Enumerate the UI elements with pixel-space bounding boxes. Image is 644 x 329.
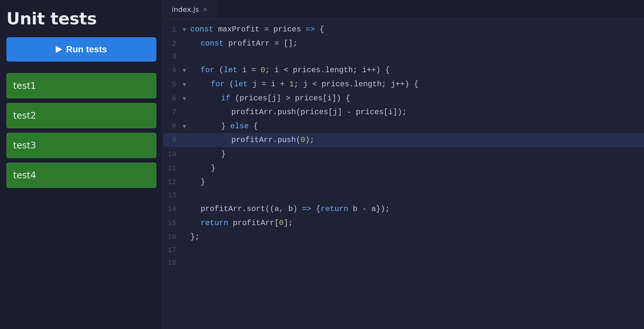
fold-arrow[interactable]: ▼: [183, 80, 190, 90]
code-content: if (prices[j] > prices[i]) {: [190, 92, 350, 105]
code-line-15: 15return profitArr[0];: [163, 216, 644, 230]
line-number: 16: [163, 232, 183, 243]
test-item-test2[interactable]: test2: [6, 103, 156, 128]
line-number: 9: [163, 135, 183, 146]
code-content: const profitArr = [];: [190, 37, 297, 50]
code-line-17: 17: [163, 244, 644, 257]
code-content: profitArr.sort((a, b) => {return b - a})…: [190, 203, 390, 215]
fold-arrow[interactable]: ▼: [183, 66, 190, 76]
line-number: 13: [163, 190, 183, 201]
line-number: 17: [163, 245, 183, 256]
code-content: } else {: [190, 120, 258, 133]
code-area[interactable]: 1▼const maxProfit = prices => {2const pr…: [163, 19, 644, 329]
test-item-test4[interactable]: test4: [6, 163, 156, 188]
line-number: 6: [163, 93, 183, 105]
run-tests-button[interactable]: Run tests: [6, 37, 156, 62]
code-content: profitArr.push(prices[j] - prices[i]);: [190, 106, 407, 119]
test-list: test1test2test3test4: [6, 73, 156, 188]
test-item-test1[interactable]: test1: [6, 73, 156, 98]
code-line-12: 12}: [163, 175, 644, 189]
code-editor: index.js × 1▼const maxProfit = prices =>…: [163, 0, 644, 329]
code-line-5: 5▼for (let j = i + 1; j < prices.length;…: [163, 77, 644, 91]
code-content: }: [190, 162, 215, 175]
code-line-1: 1▼const maxProfit = prices => {: [163, 22, 644, 37]
code-content: }: [190, 176, 205, 189]
run-tests-label: Run tests: [66, 44, 107, 55]
code-content: return profitArr[0];: [190, 217, 293, 230]
code-line-16: 16};: [163, 230, 644, 244]
line-number: 4: [163, 65, 183, 76]
code-line-3: 3: [163, 50, 644, 63]
code-line-2: 2const profitArr = [];: [163, 37, 644, 51]
line-number: 7: [163, 107, 183, 118]
code-line-18: 18: [163, 257, 644, 270]
code-line-13: 13: [163, 189, 644, 202]
line-number: 11: [163, 163, 183, 174]
page-title: Unit tests: [6, 9, 156, 28]
left-panel: Unit tests Run tests test1test2test3test…: [0, 0, 163, 329]
code-line-9: 9profitArr.push(0);: [163, 133, 644, 147]
line-number: 10: [163, 149, 183, 160]
code-line-7: 7profitArr.push(prices[j] - prices[i]);: [163, 105, 644, 119]
code-line-6: 6▼if (prices[j] > prices[i]) {: [163, 91, 644, 105]
play-icon: [56, 46, 62, 53]
line-number: 15: [163, 218, 183, 229]
code-line-14: 14profitArr.sort((a, b) => {return b - a…: [163, 202, 644, 216]
code-content: for (let j = i + 1; j < prices.length; j…: [190, 78, 418, 91]
fold-arrow[interactable]: ▼: [183, 122, 190, 132]
code-content: }: [190, 148, 226, 161]
code-content: const maxProfit = prices => {: [190, 23, 324, 36]
line-number: 3: [163, 51, 183, 63]
code-line-10: 10}: [163, 147, 644, 161]
code-content: };: [190, 231, 200, 243]
tab-bar: index.js ×: [163, 0, 644, 19]
code-line-4: 4▼for (let i = 0; i < prices.length; i++…: [163, 63, 644, 77]
line-number: 8: [163, 121, 183, 132]
line-number: 12: [163, 177, 183, 188]
code-content: for (let i = 0; i < prices.length; i++) …: [190, 64, 390, 77]
tab-index-js[interactable]: index.js ×: [163, 0, 216, 19]
tab-label: index.js: [172, 5, 199, 13]
code-content: profitArr.push(0);: [190, 134, 314, 147]
code-line-8: 8▼} else {: [163, 119, 644, 133]
line-number: 14: [163, 204, 183, 215]
line-number: 2: [163, 38, 183, 50]
test-item-test3[interactable]: test3: [6, 133, 156, 158]
fold-arrow[interactable]: ▼: [183, 25, 190, 35]
code-line-11: 11}: [163, 161, 644, 175]
line-number: 5: [163, 79, 183, 90]
tab-close-button[interactable]: ×: [203, 6, 208, 12]
fold-arrow[interactable]: ▼: [183, 94, 190, 104]
line-number: 18: [163, 257, 183, 269]
line-number: 1: [163, 24, 183, 36]
